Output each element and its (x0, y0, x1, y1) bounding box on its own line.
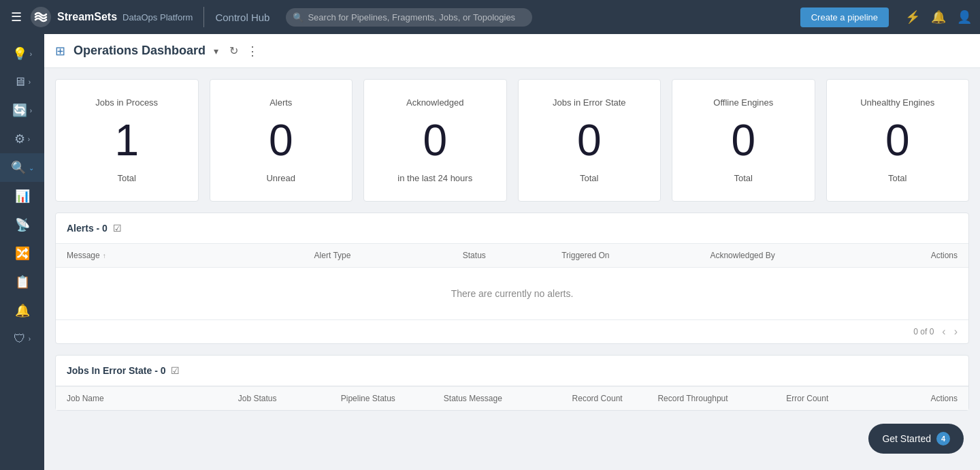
sidebar: 💡 › 🖥 › 🔄 › ⚙ › 🔍 ⌄ (0, 34, 44, 470)
kpi-offline-engines: Offline Engines 0 Total (672, 79, 815, 202)
hamburger-menu[interactable]: ☰ (8, 7, 24, 27)
sidebar-item-notifications[interactable]: 🔔 (0, 296, 44, 325)
alerts-prev-button[interactable]: ‹ (942, 326, 945, 338)
page-title: Operations Dashboard (74, 44, 206, 58)
jobs-col-status-msg: Status Message (444, 394, 572, 403)
search-input[interactable] (286, 8, 532, 27)
settings-icon[interactable]: ⚡ (905, 10, 920, 25)
jobs-error-table-header: Job Name Job Status Pipeline Status Stat… (56, 386, 968, 410)
nav-divider (203, 7, 204, 27)
topologies-icon: 🔀 (15, 246, 30, 261)
bell-icon[interactable]: 🔔 (931, 10, 946, 25)
pipelines-icon: 🔄 (12, 103, 27, 118)
dashboard-icon: 🔍 (11, 160, 26, 175)
kpi-acknowledged: Acknowledged 0 in the last 24 hours (363, 79, 507, 202)
kpi-section: Jobs in Process 1 Total Alerts 0 Unread … (44, 68, 980, 213)
navbar: ☰ StreamSets DataOps Platform Control Hu… (0, 0, 980, 34)
get-started-button[interactable]: Get Started 4 (868, 424, 964, 454)
kpi-jobs-in-process: Jobs in Process 1 Total (55, 79, 199, 202)
sidebar-item-settings-group[interactable]: ⚙ › (0, 125, 44, 153)
brand-logo: StreamSets DataOps Platform (30, 6, 193, 28)
sidebar-item-analytics[interactable]: 📊 (0, 182, 44, 210)
sidebar-item-dashboard[interactable]: 🔍 ⌄ (0, 153, 44, 182)
kpi-alerts-label: Alerts (270, 97, 292, 108)
chevron-icon: › (30, 50, 32, 58)
user-icon[interactable]: 👤 (957, 10, 972, 25)
jobs-col-throughput: Record Throughput (657, 394, 786, 403)
jobs-col-name: Job Name (67, 394, 238, 403)
sidebar-item-pipelines[interactable]: 🔄 › (0, 96, 44, 125)
alerts-pagination: 0 of 0 ‹ › (56, 319, 968, 343)
sidebar-item-connections[interactable]: 📡 (0, 210, 44, 239)
kpi-unhealthy-engines-sublabel: Total (888, 173, 906, 183)
jobs-error-section: Jobs In Error State - 0 ☑ Job Name Job S… (55, 355, 969, 411)
kpi-acknowledged-label: Acknowledged (406, 97, 464, 108)
alerts-col-message: Message ↑ (67, 251, 314, 260)
refresh-button[interactable]: ↻ (229, 44, 238, 57)
chevron-icon: › (29, 335, 31, 343)
kpi-jobs-in-process-sublabel: Total (118, 173, 136, 183)
connections-icon: 📡 (15, 217, 30, 232)
jobs-col-error-count: Error Count (786, 394, 872, 403)
analytics-icon: 📊 (15, 189, 30, 204)
alerts-check-icon: ☑ (113, 223, 122, 234)
alerts-pagination-info: 0 of 0 (913, 327, 934, 336)
security-icon: 🛡 (14, 332, 26, 346)
kpi-jobs-in-process-label: Jobs in Process (95, 97, 158, 108)
alerts-section-header: Alerts - 0 ☑ (56, 213, 968, 244)
monitor-icon: 🖥 (14, 75, 26, 89)
alerts-title: Alerts - 0 (67, 223, 108, 234)
jobs-col-actions: Actions (872, 394, 958, 403)
sidebar-item-security[interactable]: 🛡 › (0, 325, 44, 353)
chevron-icon: › (30, 107, 32, 114)
chevron-icon: › (28, 136, 30, 143)
sidebar-item-monitor[interactable]: 🖥 › (0, 68, 44, 96)
alerts-col-actions: Actions (859, 251, 958, 260)
main-layout: 💡 › 🖥 › 🔄 › ⚙ › 🔍 ⌄ (0, 34, 980, 470)
more-options-button[interactable]: ⋮ (246, 44, 259, 59)
kpi-alerts-sublabel: Unread (266, 173, 295, 183)
get-started-label: Get Started (882, 433, 931, 444)
kpi-alerts-value: 0 (269, 119, 293, 162)
jobs-error-title: Jobs In Error State - 0 (67, 365, 165, 376)
streamsets-logo-icon (30, 6, 52, 28)
dashboard-dropdown[interactable]: ▾ (214, 46, 218, 57)
settings-group-icon: ⚙ (14, 131, 25, 146)
jobs-col-record-count: Record Count (572, 394, 658, 403)
notifications-icon: 🔔 (15, 303, 30, 318)
kpi-offline-engines-sublabel: Total (734, 173, 753, 183)
kpi-jobs-error-label: Jobs in Error State (553, 97, 626, 108)
kpi-offline-engines-value: 0 (731, 119, 755, 162)
control-hub-label: Control Hub (215, 12, 270, 23)
navbar-icons: ⚡ 🔔 👤 (905, 10, 972, 25)
alerts-col-acknowledged: Acknowledged By (710, 251, 858, 260)
sort-icon[interactable]: ↑ (103, 252, 106, 260)
kpi-unhealthy-engines: Unhealthy Engines 0 Total (826, 79, 970, 202)
kpi-acknowledged-sublabel: in the last 24 hours (397, 173, 472, 183)
sidebar-item-topologies[interactable]: 🔀 (0, 239, 44, 268)
kpi-unhealthy-engines-value: 0 (885, 119, 910, 162)
alerts-col-triggered: Triggered On (561, 251, 710, 260)
reports-icon: 📋 (15, 275, 30, 289)
kpi-acknowledged-value: 0 (423, 119, 447, 162)
sidebar-item-ideas[interactable]: 💡 › (0, 40, 44, 68)
sidebar-item-reports[interactable]: 📋 (0, 268, 44, 296)
sub-header: ⊞ Operations Dashboard ▾ ↻ ⋮ (44, 34, 980, 68)
chevron-down-icon: ⌄ (29, 164, 34, 172)
alerts-col-status: Status (463, 251, 561, 260)
grid-icon: ⊞ (55, 44, 65, 59)
jobs-error-check-icon: ☑ (171, 365, 180, 376)
alerts-table-header: Message ↑ Alert Type Status Triggered On… (56, 244, 968, 268)
search-bar: 🔍 (286, 8, 532, 27)
kpi-jobs-in-process-value: 1 (114, 119, 139, 162)
platform-name: DataOps Platform (122, 12, 193, 22)
alerts-section: Alerts - 0 ☑ Message ↑ Alert Type Status… (55, 213, 969, 344)
kpi-unhealthy-engines-label: Unhealthy Engines (860, 97, 934, 108)
kpi-jobs-error-sublabel: Total (580, 173, 598, 183)
kpi-offline-engines-label: Offline Engines (713, 97, 773, 108)
jobs-error-section-header: Jobs In Error State - 0 ☑ (56, 356, 968, 386)
alerts-next-button[interactable]: › (954, 326, 958, 338)
jobs-col-pipeline-status: Pipeline Status (341, 394, 444, 403)
kpi-alerts: Alerts 0 Unread (210, 79, 353, 202)
create-pipeline-button[interactable]: Create a pipeline (800, 7, 889, 27)
